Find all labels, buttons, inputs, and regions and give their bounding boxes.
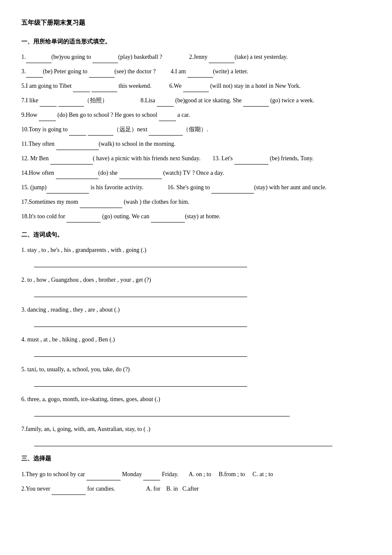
q2-text: 2.Jenny (take) a test yesterday. — [189, 54, 288, 60]
q4-text: 4.I am (write) a letter. — [170, 68, 248, 75]
q12-row: 12. Mr Ben ( have) a picnic with his fri… — [21, 153, 371, 165]
s3-q1-choices: A. on ; to B.from ; to C. at ; to — [189, 471, 273, 477]
q14-row: 14.How often (do) she (watch) TV ? Once … — [21, 167, 371, 179]
q6-text: 6.We (will not) stay in a hotel in New Y… — [169, 83, 300, 89]
s3-q2-text: 2.You never for candies. — [21, 486, 115, 492]
q5-row: 5.I am going to Tibet this weekend. 6.We… — [21, 80, 371, 92]
q10-text: 10.Tony is going to （远足）next （假期）. — [21, 126, 208, 133]
q18-row: 18.It's too cold for (go) outing. We can… — [21, 211, 371, 223]
q11-row: 11.They often (walk) to school in the mo… — [21, 138, 371, 150]
q17-text: 17.Sometimes my mom (wash ) the clothes … — [21, 199, 189, 205]
q15-row: 15. (jump) is his favorite activity. 16.… — [21, 182, 371, 194]
q3-row: 3.(be) Peter going to (see) the doctor ?… — [21, 66, 371, 78]
s3-q1-row: 1.They go to school by car Monday Friday… — [21, 468, 371, 480]
s3-q2-row: 2.You never for candies. A. for B. in C.… — [21, 483, 371, 495]
s2-q7-text: 7.family, an, i, going, with, am, Austra… — [21, 423, 371, 435]
s2-q6-text: 6. three, a, gogo, month, ice-skating, t… — [21, 393, 371, 405]
q13-text: 13. Let's (be) friends, Tony. — [213, 155, 314, 162]
section1-title: 一、用所给单词的适当形式填空。 — [21, 36, 371, 47]
s2-q3-text: 3. dancing , reading , they , are , abou… — [21, 304, 371, 316]
s2-q5-text: 5. taxi, to, usually, a, school, you, ta… — [21, 364, 371, 376]
s2-q3-line — [34, 318, 247, 327]
s2-q5-line — [34, 378, 247, 387]
q7-text: 7.I like （拍照） — [21, 97, 108, 104]
s2-q4-text: 4. must , at , be , hiking , good , Ben … — [21, 334, 371, 346]
q8-text: 8.Lisa (be)good at ice skating. She (go)… — [141, 97, 314, 104]
section1-content: 1.(be)you going to (play) basketball ? 2… — [21, 51, 371, 223]
page-title: 五年级下册期末复习题 — [21, 17, 371, 29]
q14-text: 14.How often (do) she (watch) TV ? Once … — [21, 170, 224, 176]
q1-row: 1.(be)you going to (play) basketball ? 2… — [21, 51, 371, 63]
section3-content: 1.They go to school by car Monday Friday… — [21, 468, 371, 495]
s3-q1-text: 1.They go to school by car Monday Friday… — [21, 471, 179, 477]
q1-text: 1.(be)you going to (play) basketball ? — [21, 54, 162, 60]
section2-content: 1. stay , to , he's , his , grandparents… — [21, 244, 371, 446]
s2-q1-text: 1. stay , to , he's , his , grandparents… — [21, 244, 371, 256]
s2-q6-line — [34, 408, 290, 416]
s2-q7-line — [34, 438, 332, 446]
section2-title: 二、连词成句。 — [21, 229, 371, 240]
q18-text: 18.It's too cold for (go) outing. We can… — [21, 213, 221, 220]
q17-row: 17.Sometimes my mom (wash ) the clothes … — [21, 196, 371, 208]
q12-text: 12. Mr Ben ( have) a picnic with his fri… — [21, 155, 201, 162]
q9-row: 9.How (do) Ben go to school ? He goes to… — [21, 109, 371, 121]
q9-text: 9.How (do) Ben go to school ? He goes to… — [21, 112, 190, 118]
q7-row: 7.I like （拍照） 8.Lisa (be)good at ice ska… — [21, 95, 371, 107]
q16-text: 16. She's going to (stay) with her aunt … — [167, 184, 327, 191]
s2-q2-text: 2. to , how , Guangzhou , does , brother… — [21, 274, 371, 286]
s2-q2-line — [34, 289, 247, 297]
q3-text: 3.(be) Peter going to (see) the doctor ? — [21, 68, 156, 75]
q11-text: 11.They often (walk) to school in the mo… — [21, 141, 176, 147]
q10-row: 10.Tony is going to （远足）next （假期）. — [21, 124, 371, 136]
section3-title: 三、选择题 — [21, 453, 371, 464]
s2-q1-line — [34, 259, 247, 267]
s2-q4-line — [34, 348, 247, 357]
s3-q2-choices: A. for B. in C.after — [146, 486, 199, 492]
q15-text: 15. (jump) is his favorite activity. — [21, 184, 144, 191]
q5-text: 5.I am going to Tibet this weekend. — [21, 83, 151, 89]
